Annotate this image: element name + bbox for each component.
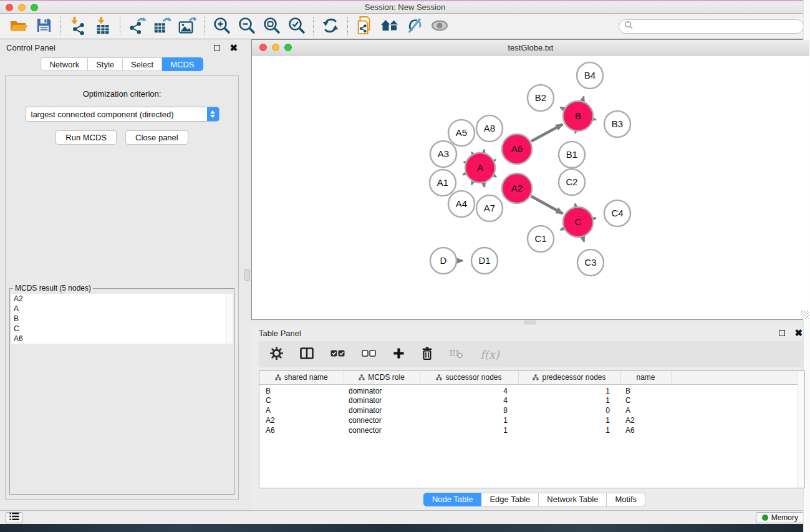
table-cell[interactable]: 0 — [518, 405, 620, 415]
float-table-panel-button[interactable] — [779, 330, 785, 336]
table-row[interactable]: Cdominator41C — [259, 395, 804, 405]
unselect-all-columns-button[interactable] — [362, 345, 376, 364]
table-cell[interactable]: A2 — [259, 415, 344, 425]
table-cell[interactable]: A2 — [620, 415, 671, 425]
result-list-scrollbar[interactable] — [226, 294, 233, 344]
toggle-graphics-details-button[interactable] — [402, 16, 427, 37]
tab-network-table[interactable]: Network Table — [539, 493, 607, 506]
tab-motifs[interactable]: Motifs — [607, 493, 645, 506]
close-table-panel-icon[interactable]: ✖ — [794, 330, 803, 336]
table-cell[interactable]: C — [620, 395, 671, 405]
graph-edge-A-A6[interactable] — [494, 160, 496, 160]
table-cell[interactable]: 1 — [420, 425, 518, 435]
import-network-button[interactable] — [65, 16, 90, 37]
tab-network[interactable]: Network — [41, 57, 88, 71]
column-view-button[interactable] — [300, 345, 314, 364]
graph-edge-C-C1[interactable] — [561, 229, 563, 230]
save-session-button[interactable] — [31, 16, 56, 37]
zoom-out-button[interactable] — [234, 16, 259, 37]
divider-handle[interactable] — [524, 321, 536, 324]
table-row[interactable]: Bdominator41B — [259, 384, 804, 395]
mcds-result-list[interactable]: A2ABCA6 — [11, 294, 233, 344]
table-cell[interactable]: C — [259, 395, 344, 405]
table-cell[interactable]: 8 — [420, 405, 518, 415]
table-cell[interactable]: 1 — [420, 415, 518, 425]
result-item[interactable]: C — [11, 324, 233, 334]
table-cell[interactable]: 1 — [518, 415, 620, 425]
graph-edge-C-C4[interactable] — [594, 218, 595, 219]
table-row[interactable]: A6connector11A6 — [259, 425, 804, 435]
horizontal-split-divider[interactable] — [251, 320, 810, 325]
table-cell[interactable]: connector — [344, 415, 420, 425]
graph-edge-C-C2[interactable] — [575, 204, 576, 206]
select-all-columns-button[interactable] — [330, 345, 345, 364]
table-row[interactable]: Adominator80A — [259, 405, 804, 415]
graph-edge-A-A3[interactable] — [464, 162, 465, 162]
run-mcds-button[interactable]: Run MCDS — [55, 130, 117, 145]
resize-grip[interactable] — [801, 311, 809, 319]
graph-edge-A2-C[interactable] — [531, 196, 563, 214]
float-panel-button[interactable] — [214, 45, 220, 51]
tab-edge-table[interactable]: Edge Table — [481, 493, 539, 506]
toggle-visibility-button[interactable] — [427, 16, 452, 37]
table-cell[interactable]: dominator — [344, 384, 420, 395]
graph-edge-A-A4[interactable] — [471, 182, 473, 185]
refresh-view-button[interactable] — [318, 16, 343, 37]
table-cell[interactable]: A6 — [620, 425, 671, 435]
graph-edge-A-A5[interactable] — [472, 152, 473, 153]
result-item[interactable]: A — [11, 304, 233, 314]
graph-edge-B-B4[interactable] — [582, 97, 584, 100]
zoom-in-button[interactable] — [209, 16, 234, 37]
result-item[interactable]: A2 — [11, 294, 233, 304]
column-header-successor-nodes[interactable]: successor nodes — [420, 371, 518, 384]
delete-column-button[interactable] — [422, 345, 433, 364]
zoom-fit-button[interactable] — [259, 16, 284, 37]
clone-network-button[interactable] — [352, 16, 377, 37]
table-cell[interactable]: dominator — [344, 405, 420, 415]
table-cell[interactable]: A — [259, 405, 344, 415]
search-box[interactable] — [619, 19, 804, 34]
table-cell[interactable]: 4 — [420, 384, 518, 395]
close-panel-button[interactable]: Close panel — [125, 130, 188, 145]
table-scrollbar[interactable] — [798, 371, 804, 488]
tab-mcds[interactable]: MCDS — [162, 57, 203, 71]
graph-edge-A-A2[interactable] — [494, 176, 496, 177]
graph-edge-A-A1[interactable] — [463, 174, 465, 175]
close-panel-icon[interactable]: ✖ — [229, 45, 238, 51]
table-cell[interactable]: connector — [344, 425, 420, 435]
column-header-predecessor-nodes[interactable]: predecessor nodes — [518, 371, 620, 384]
export-image-button[interactable] — [175, 16, 200, 37]
result-item[interactable]: A6 — [11, 334, 233, 344]
table-row[interactable]: A2connector11A2 — [259, 415, 804, 425]
memory-button[interactable]: Memory — [756, 512, 804, 523]
graph-edge-A-A7[interactable] — [484, 183, 485, 187]
table-cell[interactable]: 1 — [518, 425, 620, 435]
table-cell[interactable]: dominator — [344, 395, 420, 405]
table-cell[interactable]: 1 — [518, 395, 620, 405]
divider-handle[interactable] — [244, 269, 250, 281]
criterion-select[interactable]: largest connected component (directed) — [25, 107, 219, 122]
task-history-button[interactable] — [6, 512, 22, 523]
graph-edge-A6-B[interactable] — [531, 124, 563, 141]
table-cell[interactable]: 4 — [420, 395, 518, 405]
table-cell[interactable]: B — [259, 384, 344, 395]
column-header-name[interactable]: name — [620, 371, 671, 384]
network-canvas[interactable]: B4B2BB3A5A8A6B1A3AA1C2A2A4A7C4CC1C3DD1 — [252, 56, 809, 319]
result-item[interactable]: B — [11, 314, 233, 324]
home-layout-button[interactable] — [377, 16, 402, 37]
graph-edge-B-B2[interactable] — [561, 107, 564, 109]
open-session-button[interactable] — [6, 16, 31, 37]
export-table-button[interactable] — [150, 16, 175, 37]
network-canvas-svg[interactable]: B4B2BB3A5A8A6B1A3AA1C2A2A4A7C4CC1C3DD1 — [252, 56, 809, 319]
import-table-button[interactable] — [90, 16, 115, 37]
graph-edge-B-B3[interactable] — [594, 119, 596, 120]
vertical-split-divider[interactable] — [244, 39, 251, 510]
add-column-button[interactable] — [393, 345, 405, 364]
column-header-shared-name[interactable]: shared name — [259, 371, 344, 384]
table-cell[interactable]: 1 — [518, 384, 620, 395]
search-input[interactable] — [636, 22, 798, 31]
graph-edge-A-A8[interactable] — [484, 150, 485, 152]
export-network-button[interactable] — [125, 16, 150, 37]
tab-style[interactable]: Style — [88, 57, 123, 71]
tab-select[interactable]: Select — [123, 57, 162, 71]
